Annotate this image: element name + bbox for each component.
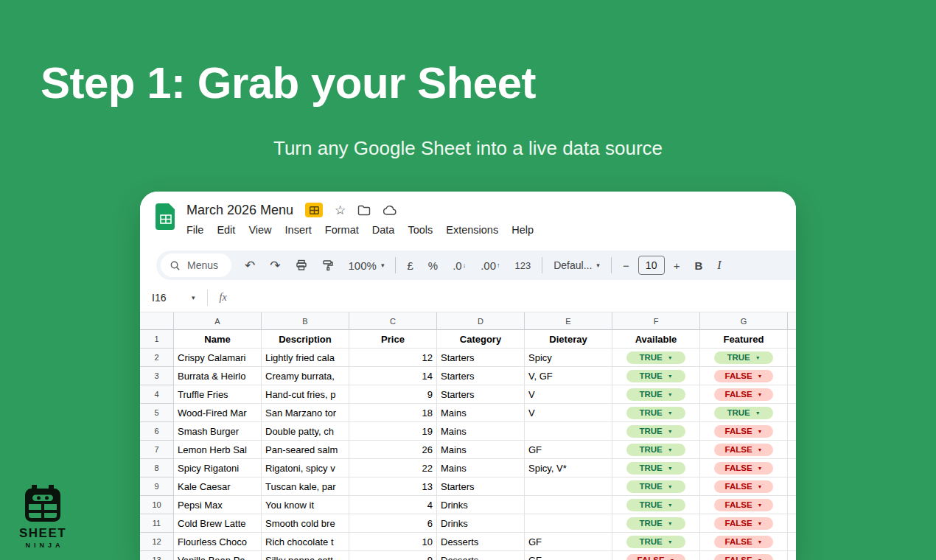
dropdown-chip-true[interactable]: TRUE▼	[626, 425, 685, 438]
cell-D5[interactable]: Mains	[437, 404, 525, 422]
menu-item-file[interactable]: File	[180, 222, 210, 238]
cell-G13[interactable]: FALSE▼	[700, 551, 788, 560]
dropdown-chip-false[interactable]: FALSE▼	[714, 462, 773, 475]
redo-button[interactable]: ↷	[262, 255, 287, 276]
cell-C3[interactable]: 14	[349, 367, 437, 385]
google-sheets-icon[interactable]	[155, 203, 177, 231]
menu-item-view[interactable]: View	[242, 222, 278, 238]
cell-E10[interactable]	[525, 496, 612, 514]
cell-D10[interactable]: Drinks	[437, 496, 525, 514]
dropdown-chip-false[interactable]: FALSE▼	[714, 536, 773, 548]
dropdown-chip-true[interactable]: TRUE▼	[626, 499, 685, 511]
cell-B9[interactable]: Tuscan kale, par	[262, 477, 349, 496]
cell-E8[interactable]: Spicy, V*	[525, 459, 612, 477]
cell-F13[interactable]: FALSE▼	[612, 551, 700, 560]
font-size-input[interactable]: 10	[638, 256, 665, 275]
dropdown-chip-true[interactable]: TRUE▼	[626, 536, 685, 548]
cell-A7[interactable]: Lemon Herb Sal	[174, 441, 262, 459]
column-header-G[interactable]: G	[700, 312, 788, 330]
row-header-11[interactable]: 11	[140, 514, 174, 533]
row-header-4[interactable]: 4	[140, 385, 174, 404]
toolbar-search[interactable]: Menus	[161, 253, 231, 277]
cell-F11[interactable]: TRUE▼	[612, 514, 700, 533]
column-header-A[interactable]: A	[174, 312, 262, 330]
format-percent-button[interactable]: %	[421, 255, 445, 276]
cell-A10[interactable]: Pepsi Max	[174, 496, 262, 514]
cell-D2[interactable]: Starters	[437, 349, 525, 367]
cell-D4[interactable]: Starters	[437, 385, 525, 404]
dropdown-chip-true[interactable]: TRUE▼	[626, 444, 685, 456]
increase-decimal-button[interactable]: .00 ↑	[473, 255, 507, 276]
cell-C7[interactable]: 26	[349, 441, 437, 459]
dropdown-chip-false[interactable]: FALSE▼	[714, 480, 773, 493]
cell-C4[interactable]: 9	[349, 385, 437, 404]
bold-button[interactable]: B	[687, 255, 710, 276]
decrease-decimal-button[interactable]: .0 ↓	[445, 255, 473, 276]
star-icon[interactable]: ☆	[335, 203, 346, 218]
menu-item-format[interactable]: Format	[318, 222, 366, 238]
font-select[interactable]: Defaul... ▾	[546, 255, 607, 276]
cell-D6[interactable]: Mains	[437, 422, 525, 441]
cell-E13[interactable]: GF	[525, 551, 612, 560]
cell-D13[interactable]: Desserts	[437, 551, 525, 560]
cell-F12[interactable]: TRUE▼	[612, 533, 700, 551]
move-folder-icon[interactable]	[357, 205, 371, 216]
menu-item-edit[interactable]: Edit	[210, 222, 242, 238]
row-header-2[interactable]: 2	[140, 349, 174, 367]
cell-F4[interactable]: TRUE▼	[612, 385, 700, 404]
row-header-9[interactable]: 9	[140, 477, 174, 496]
cell-B7[interactable]: Pan-seared salm	[262, 441, 349, 459]
paint-format-button[interactable]	[315, 255, 341, 276]
dropdown-chip-false[interactable]: FALSE▼	[626, 554, 685, 560]
cell-B4[interactable]: Hand-cut fries, p	[262, 385, 349, 404]
cell-D8[interactable]: Mains	[437, 459, 525, 477]
italic-button[interactable]: I	[710, 255, 728, 276]
cell-B3[interactable]: Creamy burrata,	[262, 367, 349, 385]
cell-C13[interactable]: 9	[349, 551, 437, 560]
cell-G4[interactable]: FALSE▼	[700, 385, 788, 404]
cell-B13[interactable]: Silky panna cott	[262, 551, 349, 560]
name-box[interactable]: I16	[152, 292, 192, 304]
doc-title[interactable]: March 2026 Menu	[186, 203, 293, 218]
cell-B10[interactable]: You know it	[262, 496, 349, 514]
cell-B1[interactable]: Description	[262, 330, 349, 349]
cell-A5[interactable]: Wood-Fired Mar	[174, 404, 262, 422]
dropdown-chip-false[interactable]: FALSE▼	[714, 370, 773, 382]
cell-G11[interactable]: FALSE▼	[700, 514, 788, 533]
cell-G2[interactable]: TRUE▼	[700, 349, 788, 367]
cell-E2[interactable]: Spicy	[525, 349, 612, 367]
row-header-6[interactable]: 6	[140, 422, 174, 441]
cell-B8[interactable]: Rigatoni, spicy v	[262, 459, 349, 477]
cell-E9[interactable]	[525, 477, 612, 496]
row-header-10[interactable]: 10	[140, 496, 174, 514]
select-all-corner[interactable]	[140, 312, 174, 330]
cell-C10[interactable]: 4	[349, 496, 437, 514]
decrease-font-size-button[interactable]: −	[615, 255, 637, 276]
cell-A8[interactable]: Spicy Rigatoni	[174, 459, 262, 477]
print-button[interactable]	[288, 255, 315, 276]
cell-A9[interactable]: Kale Caesar	[174, 477, 262, 496]
cell-G9[interactable]: FALSE▼	[700, 477, 788, 496]
row-header-13[interactable]: 13	[140, 551, 174, 560]
cell-A1[interactable]: Name	[174, 330, 262, 349]
row-header-1[interactable]: 1	[140, 330, 174, 349]
cell-F6[interactable]: TRUE▼	[612, 422, 700, 441]
row-header-3[interactable]: 3	[140, 367, 174, 385]
cell-E3[interactable]: V, GF	[525, 367, 612, 385]
cell-G1[interactable]: Featured	[700, 330, 788, 349]
cell-A2[interactable]: Crispy Calamari	[174, 349, 262, 367]
dropdown-chip-true[interactable]: TRUE▼	[714, 351, 773, 364]
cell-F8[interactable]: TRUE▼	[612, 459, 700, 477]
cell-B5[interactable]: San Marzano tor	[262, 404, 349, 422]
increase-font-size-button[interactable]: +	[666, 255, 688, 276]
cell-A4[interactable]: Truffle Fries	[174, 385, 262, 404]
menu-item-extensions[interactable]: Extensions	[439, 222, 505, 238]
row-header-7[interactable]: 7	[140, 441, 174, 459]
row-header-12[interactable]: 12	[140, 533, 174, 551]
menu-item-insert[interactable]: Insert	[279, 222, 318, 238]
cell-F7[interactable]: TRUE▼	[612, 441, 700, 459]
cell-G12[interactable]: FALSE▼	[700, 533, 788, 551]
cloud-status-icon[interactable]	[383, 205, 397, 216]
dropdown-chip-false[interactable]: FALSE▼	[714, 499, 773, 511]
cell-F3[interactable]: TRUE▼	[612, 367, 700, 385]
